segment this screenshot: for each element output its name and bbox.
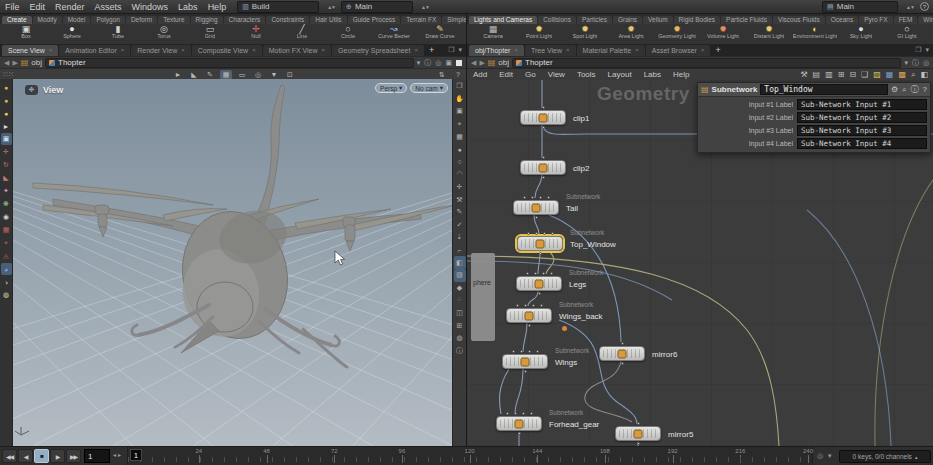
- node-clip1[interactable]: clip1: [520, 110, 566, 125]
- param-value-field[interactable]: Sub-Network Input #2: [797, 112, 927, 123]
- input-connector-icon[interactable]: [543, 232, 546, 235]
- viewport-canvas[interactable]: ✥ View Persp ▾ No cam ▾: [13, 79, 452, 446]
- input-connector-icon[interactable]: [637, 422, 640, 425]
- input-connector-icon[interactable]: [524, 304, 527, 307]
- rotate-tool-icon[interactable]: ↻: [1, 159, 12, 171]
- shelf-tool-spot-light[interactable]: ✹Spot Light: [562, 25, 608, 39]
- texture-icon[interactable]: ▨: [454, 269, 466, 282]
- shelf-tab-wires[interactable]: Wires: [918, 16, 933, 24]
- take-stepper[interactable]: ▲▼: [421, 5, 429, 9]
- snapping-options-icon[interactable]: ▦: [220, 70, 232, 80]
- camera-dropdown[interactable]: No cam ▾: [410, 83, 448, 93]
- grip-icon[interactable]: ⁙⁙: [2, 70, 13, 79]
- maximize-pane-icon[interactable]: ❐: [448, 46, 454, 54]
- output-connector-icon[interactable]: [524, 370, 527, 373]
- search-icon[interactable]: ⌕: [911, 70, 915, 80]
- shelf-tab-constraints[interactable]: Constraints: [266, 16, 309, 24]
- pane-menu-icon[interactable]: ▾: [458, 46, 462, 54]
- input-connector-icon[interactable]: [531, 196, 534, 199]
- input-connector-icon[interactable]: [534, 272, 537, 275]
- shelf-tab-oceans[interactable]: Oceans: [826, 16, 858, 24]
- shelf-tool-sphere[interactable]: ●Sphere: [49, 25, 95, 39]
- tools-icon[interactable]: ⚒: [800, 70, 807, 79]
- paint-tool-icon[interactable]: ❋: [1, 198, 12, 210]
- node-path-field[interactable]: Thopter: [45, 58, 414, 68]
- input-connector-icon[interactable]: [516, 304, 519, 307]
- node-name-field[interactable]: Top_Window: [760, 84, 888, 95]
- close-tab-icon[interactable]: ×: [181, 47, 185, 53]
- param-value-field[interactable]: Sub-Network Input #1: [797, 99, 927, 110]
- node-forhead-gear[interactable]: SubnetworkForhead_gear: [496, 416, 542, 431]
- select-tool-icon[interactable]: ►: [1, 120, 12, 132]
- input-connector-icon[interactable]: [542, 156, 545, 159]
- shelf-tab-particles[interactable]: Particles: [577, 16, 612, 24]
- wire-shade-icon[interactable]: ◧: [454, 256, 466, 269]
- shelf-tool-geometry-light[interactable]: ✹Geometry Light: [654, 25, 700, 39]
- camera-icon[interactable]: ▦: [454, 130, 466, 143]
- shelf-tool-box[interactable]: ▣Box: [3, 25, 49, 39]
- persp-dropdown[interactable]: Persp ▾: [375, 83, 407, 93]
- dropdown-arrow-icon[interactable]: ▾: [904, 59, 908, 67]
- current-frame-field[interactable]: 1: [84, 449, 110, 463]
- shelf-tab-rigging[interactable]: Rigging: [191, 16, 223, 24]
- display-icon[interactable]: ▥: [825, 70, 833, 79]
- input-connector-icon[interactable]: [542, 106, 545, 109]
- close-tab-icon[interactable]: ×: [49, 47, 53, 53]
- close-tab-icon[interactable]: ×: [322, 47, 326, 53]
- camera-options-icon[interactable]: ⊡: [284, 70, 296, 80]
- pane-tab-scene-view[interactable]: Scene View×: [2, 45, 58, 56]
- shade-mode-icon[interactable]: ◕: [1, 263, 12, 275]
- dome-icon[interactable]: ◠: [454, 168, 466, 181]
- close-tab-icon[interactable]: ×: [635, 47, 639, 53]
- shelf-tab-deform[interactable]: Deform: [126, 16, 157, 24]
- input-connector-icon[interactable]: [532, 304, 535, 307]
- shelf-tool-draw-curve[interactable]: ✎Draw Curve: [417, 25, 463, 39]
- close-tab-icon[interactable]: ×: [414, 47, 418, 53]
- back-arrow-icon[interactable]: ◀: [471, 59, 476, 67]
- gear-icon[interactable]: ⚙: [891, 85, 898, 94]
- shelf-tool-sky-light[interactable]: ●Sky Light: [838, 25, 884, 39]
- crosshair-icon[interactable]: ⌖: [454, 118, 466, 131]
- node-path-field[interactable]: Thopter: [512, 58, 901, 68]
- info-icon[interactable]: ⓘ: [911, 84, 919, 95]
- shelf-tool-point-light[interactable]: ✹Point Light: [516, 25, 562, 39]
- pin-icon[interactable]: ◎: [435, 59, 441, 67]
- pane-tab-render-view[interactable]: Render View×: [131, 45, 190, 56]
- dots-icon[interactable]: ▩: [898, 70, 906, 79]
- magnifier-icon[interactable]: ⌕: [902, 85, 906, 95]
- shelf-tool-tube[interactable]: ▮Tube: [95, 25, 141, 39]
- pin-icon[interactable]: ◎: [923, 59, 929, 67]
- shelf-tool-null[interactable]: ✛Null: [233, 25, 279, 39]
- brush-icon[interactable]: ✎: [454, 206, 466, 219]
- shelf-tab-viscous-fluids[interactable]: Viscous Fluids: [773, 16, 825, 24]
- param-value-field[interactable]: Sub-Network Input #3: [797, 125, 927, 136]
- badges-icon[interactable]: ❏: [861, 70, 868, 79]
- network-editor[interactable]: Geometry: [467, 80, 933, 446]
- right-main-dropdown[interactable]: ▤ Main: [822, 1, 898, 13]
- input-connector-icon[interactable]: [522, 412, 525, 415]
- shelf-tab-vellum[interactable]: Vellum: [643, 16, 673, 24]
- pane-tab-asset-browser[interactable]: Asset Browser×: [646, 45, 711, 56]
- dropper-icon[interactable]: ⇣: [454, 231, 466, 244]
- jump-start-button[interactable]: ◀◀: [2, 449, 17, 463]
- info-icon[interactable]: ⓘ: [424, 58, 431, 68]
- shelf-tool-gi-light[interactable]: ○GI Light: [884, 25, 930, 39]
- shelf-tab-modify[interactable]: Modify: [33, 16, 62, 24]
- check-icon[interactable]: ✓: [454, 219, 466, 232]
- shelf-tab-guide-process[interactable]: Guide Process: [348, 16, 401, 24]
- pose-tool-icon[interactable]: ✦: [1, 185, 12, 197]
- lamp-icon[interactable]: ●: [1, 107, 12, 119]
- close-tab-icon[interactable]: ×: [121, 47, 125, 53]
- split-icon[interactable]: ◫: [454, 307, 466, 320]
- select-objects-icon[interactable]: ◣: [188, 70, 200, 80]
- keys-channels-button[interactable]: 0 keys, 0/0 channels ▴: [839, 450, 931, 463]
- output-connector-icon[interactable]: [539, 252, 542, 255]
- grid-view-icon[interactable]: ⊞: [838, 70, 845, 79]
- shelf-tool-distant-light[interactable]: ✹Distant Light: [746, 25, 792, 39]
- input-connector-icon[interactable]: [523, 196, 526, 199]
- lock-camera-icon[interactable]: ▣: [454, 105, 466, 118]
- light-headlamp-icon[interactable]: ●: [1, 94, 12, 106]
- shelf-tab-rigid-bodies[interactable]: Rigid Bodies: [674, 16, 721, 24]
- bulb-icon[interactable]: ●: [454, 143, 466, 156]
- add-pane-tab-button[interactable]: +: [711, 45, 724, 55]
